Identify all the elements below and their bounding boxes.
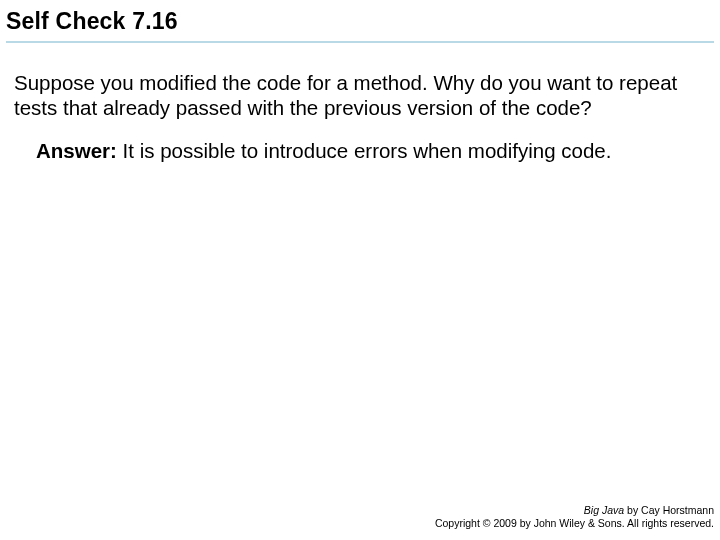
answer-label: Answer: xyxy=(36,139,117,162)
footer-byline: by Cay Horstmann xyxy=(624,504,714,516)
footer: Big Java by Cay Horstmann Copyright © 20… xyxy=(435,504,714,530)
book-title: Big Java xyxy=(584,504,624,516)
footer-copyright: Copyright © 2009 by John Wiley & Sons. A… xyxy=(435,517,714,530)
title-bar: Self Check 7.16 xyxy=(6,8,714,43)
slide-body: Suppose you modified the code for a meth… xyxy=(14,70,706,163)
answer-block: Answer: It is possible to introduce erro… xyxy=(14,138,706,163)
answer-text: It is possible to introduce errors when … xyxy=(117,139,612,162)
slide: Self Check 7.16 Suppose you modified the… xyxy=(0,0,720,540)
question-text: Suppose you modified the code for a meth… xyxy=(14,70,706,120)
slide-title: Self Check 7.16 xyxy=(6,8,714,35)
footer-line-1: Big Java by Cay Horstmann xyxy=(435,504,714,517)
